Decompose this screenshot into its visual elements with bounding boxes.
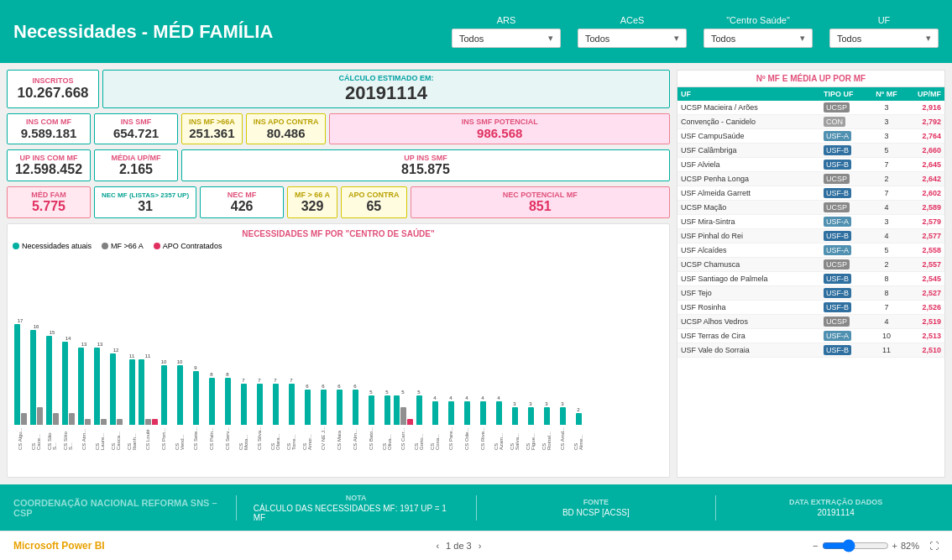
filter-ars-select[interactable]: Todos ▾ [452,29,561,48]
nav-prev-icon[interactable]: ‹ [436,541,439,551]
table-row[interactable]: USF Vale do SorraiaUSF-B112,510 [677,343,944,358]
bar-segment-main [337,390,343,425]
bar-group: 11CS Loulé [140,353,155,450]
table-row[interactable]: UCSP MaçãoUCSP42,589 [677,201,944,215]
filter-uf-select[interactable]: Todos ▾ [829,29,939,48]
mf-66a-box: MF > 66 A 329 [287,186,337,218]
bar-group: 4CS Azam... [491,395,506,450]
ins-com-mf-value: 9.589.181 [21,126,77,140]
nec-mf-value: 426 [231,199,254,214]
chart-section: NECESSIDADES MF POR "CENTRO DE SAÚDE" Ne… [7,223,670,478]
th-nmf: Nº MF [870,90,903,98]
right-panel: Nº MF E MÉDIA UP POR MF UF TIPO UF Nº MF… [677,70,945,478]
table-row[interactable]: Convenção - CanideloCON32,792 [677,115,944,129]
bar-segment-main [78,348,84,425]
bar-group: 6CS Alm... [348,384,363,450]
legend-dot-red [154,243,160,249]
filter-aces-select[interactable]: Todos ▾ [578,29,687,48]
ins-smf-potencial-label: INS SMF POTENCIAL [462,118,538,126]
table-row[interactable]: UCSP Macieira / ArõesUCSP32,916 [677,101,944,115]
media-up-mf-label: MÉDIA UP/MF [111,154,160,162]
nav-next-icon[interactable]: › [479,541,482,551]
bar-segment-main [161,365,167,425]
zoom-slider[interactable] [822,539,889,552]
table-header: UF TIPO UF Nº MF UP/MF [677,87,944,101]
chevron-down-icon: ▾ [674,33,679,44]
table-row[interactable]: USF Almeida GarrettUSF-B72,602 [677,186,944,201]
table-row[interactable]: USF AlvielaUSF-B72,645 [677,158,944,172]
bar-segment-main [193,371,199,425]
bar-group: 5CS Bato... [364,390,379,450]
filter-uf-label: UF [878,15,891,25]
apo-contra-box: APO CONTRA 65 [341,186,407,218]
bar-group: 5CS Gorio... [411,390,426,450]
page-indicator: 1 de 3 [446,541,472,551]
table-row[interactable]: USF Santiago de PalmelaUSF-B82,545 [677,272,944,286]
bar-segment-main [448,401,454,425]
ins-mf-66a-label: INS MF >66A [189,118,235,126]
bar-group: 6CS Maia [332,384,347,450]
bar-group: 4CS Rive... [475,395,490,450]
zoom-minus-icon[interactable]: − [813,541,818,551]
footer-fonte-value: BD NCSP [ACSS] [562,508,630,517]
bar-group: 9CS Sete... [188,365,203,450]
page-nav[interactable]: ‹ 1 de 3 › [436,541,481,551]
bar-group: 17CS Algu... [13,318,28,450]
table-row[interactable]: USF RosinhaUSF-B72,526 [677,301,944,315]
powerbi-logo: Microsoft Power BI [13,540,105,552]
filter-centro-select[interactable]: Todos ▾ [704,29,813,48]
footer-data-label: Data Extração Dados [789,498,882,506]
bar-segment-main [273,384,279,425]
up-ins-com-mf-value: 12.598.452 [15,162,82,177]
table-row[interactable]: USF Terras de CiraUSF-A102,513 [677,329,944,343]
bar-group: 3CS Amd... [555,401,570,450]
table-row[interactable]: UCSP ChamuscaUCSP22,557 [677,258,944,272]
bar-segment-main [394,395,400,425]
bar-segment-main [496,401,502,425]
up-ins-smf-value: 815.875 [401,162,450,177]
th-upmf: UP/MF [903,90,941,98]
bar-segment-main [30,330,36,425]
footer-fonte-label: Fonte [583,498,609,506]
zoom-plus-icon[interactable]: + [892,541,897,551]
up-ins-smf-box: UP INS SMF 815.875 [181,149,670,181]
bar-group: 3CS Figue... [523,401,538,450]
table-title: Nº MF E MÉDIA UP POR MF [677,71,944,87]
table-row[interactable]: USF AlcaídesUSF-A52,558 [677,243,944,258]
legend-dot-teal [13,243,19,249]
bar-segment-main [139,359,144,425]
zoom-control: − + 82% ⛶ [813,539,939,552]
table-row[interactable]: USF CampuSaúdeUSF-A32,764 [677,129,944,144]
filter-ars: ARS Todos ▾ [452,15,561,48]
calc-label: CÁLCULO ESTIMADO EM: [339,74,434,82]
bar-group: 3CS Roinal... [539,401,554,450]
table-row[interactable]: USF Mira-SintraUSF-A32,579 [677,215,944,229]
bar-segment-main [576,413,582,425]
calc-value: 20191114 [345,82,427,104]
table-row[interactable]: USF TejoUSF-B82,527 [677,286,944,301]
bar-group: 7CS Silva... [252,378,267,450]
bar-segment-main [257,384,263,425]
ins-com-mf-box: INS COM MF 9.589.181 [7,113,91,144]
filter-aces: ACeS Todos ▾ [578,15,687,48]
table-row[interactable]: USF Pinhal do ReiUSF-B42,577 [677,229,944,243]
table-row[interactable]: UCSP Alhos VedrosUCSP42,519 [677,315,944,329]
top-bar: Necessidades - MÉD FAMÍLIA ARS Todos ▾ A… [0,0,952,63]
ins-mf-66a-value: 251.361 [189,126,234,140]
nec-mf-box: NEC MF 426 [200,186,284,218]
fullscreen-icon[interactable]: ⛶ [929,541,939,551]
bar-segment-main [14,324,20,425]
chevron-down-icon: ▾ [800,33,805,44]
up-ins-com-mf-box: UP INS COM MF 12.598.452 [7,149,91,181]
powerbi-footer: Microsoft Power BI ‹ 1 de 3 › − + 82% ⛶ [0,531,952,560]
bar-group: 4CS Coxa... [427,395,442,450]
bar-segment-main [384,395,390,425]
media-up-mf-value: 2.165 [119,162,153,177]
legend-label-mf66a: MF >66 A [111,242,144,250]
chart-legend: Necessidades atuais MF >66 A APO Contrat… [13,242,664,250]
table-row[interactable]: UCSP Penha LongaUCSP22,642 [677,172,944,186]
content-area: INSCRITOS 10.267.668 CÁLCULO ESTIMADO EM… [0,63,952,484]
bar-segment-main [110,353,116,425]
ins-smf-label: INS SMF [121,118,152,126]
table-row[interactable]: USF CalâmbrigaUSF-B52,660 [677,144,944,158]
